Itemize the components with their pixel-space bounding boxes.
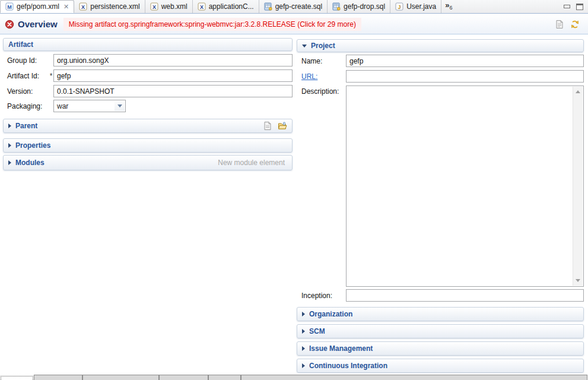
section-scm-header[interactable]: SCM: [297, 324, 584, 338]
left-column: Artifact Group Id: Artifact Id: * Versio…: [3, 38, 293, 170]
description-textarea[interactable]: [346, 86, 584, 287]
artifact-id-label: Artifact Id:: [3, 72, 49, 80]
open-parent-pom-icon[interactable]: [278, 121, 287, 131]
close-icon[interactable]: ✕: [63, 3, 69, 11]
editor-page-tab-strip: [0, 373, 588, 380]
bottom-tab-segment[interactable]: [82, 375, 159, 380]
url-link-label[interactable]: URL:: [297, 72, 346, 81]
hidden-tab-count: 6: [449, 5, 452, 11]
packaging-select[interactable]: war: [53, 100, 126, 112]
reload-pom-icon[interactable]: [570, 20, 580, 29]
editor-window-controls: [564, 0, 588, 13]
scroll-down-icon[interactable]: [576, 279, 580, 282]
sql-file-icon: [264, 2, 272, 11]
section-continuous-integration-header[interactable]: Continuous Integration: [297, 359, 584, 373]
group-id-field[interactable]: [53, 54, 293, 66]
artifact-id-row: Artifact Id: *: [3, 69, 293, 82]
bottom-tab-segment[interactable]: [208, 375, 241, 380]
bottom-tab-filler: [241, 375, 587, 380]
tab-label: User.java: [406, 2, 436, 11]
svg-text:X: X: [81, 4, 85, 10]
section-organization-header[interactable]: Organization: [297, 307, 584, 321]
section-artifact-header: Artifact: [3, 38, 293, 51]
section-properties-header[interactable]: Properties: [3, 138, 293, 153]
twistie-collapsed-icon[interactable]: [302, 329, 305, 334]
description-label: Description:: [297, 86, 346, 96]
group-id-label: Group Id:: [3, 56, 49, 65]
error-message[interactable]: Missing artifact org.springframework:spr…: [63, 18, 361, 31]
combo-dropdown-zone[interactable]: [115, 101, 125, 111]
project-name-row: Name:: [297, 55, 584, 67]
twistie-collapsed-icon[interactable]: [302, 363, 305, 368]
name-label: Name:: [297, 57, 346, 65]
group-id-row: Group Id:: [3, 54, 293, 66]
xml-file-icon: X: [79, 2, 87, 11]
xml-file-icon: X: [198, 2, 206, 11]
maximize-icon[interactable]: [576, 4, 583, 10]
twistie-collapsed-icon[interactable]: [8, 160, 11, 165]
maven-file-icon: M: [5, 2, 14, 11]
version-field[interactable]: [53, 85, 293, 97]
page-title: Overview: [18, 19, 58, 29]
tab-web-xml[interactable]: X web.xml: [145, 0, 193, 13]
java-file-icon: J: [395, 2, 403, 11]
tab-application-context[interactable]: X applicationC...: [193, 0, 259, 13]
section-title: Continuous Integration: [309, 362, 387, 370]
header-toolbar: [555, 20, 583, 29]
tab-gefp-drop-sql[interactable]: gefp-drop.sql: [328, 0, 390, 13]
tab-label: gefp-drop.sql: [344, 2, 385, 11]
twistie-collapsed-icon[interactable]: [8, 124, 11, 128]
packaging-row: Packaging: war: [3, 100, 293, 112]
tab-persistence-xml[interactable]: X persistence.xml: [74, 0, 145, 13]
tab-gefp-create-sql[interactable]: gefp-create.sql: [259, 0, 328, 13]
section-title: Organization: [309, 310, 352, 318]
tab-label: applicationC...: [209, 2, 254, 11]
artifact-id-field[interactable]: [53, 69, 293, 82]
section-parent-header[interactable]: Parent: [3, 119, 293, 133]
tab-overflow-button[interactable]: » 6: [441, 0, 456, 13]
scroll-up-icon[interactable]: [576, 90, 580, 93]
inception-label: Inception:: [297, 292, 346, 300]
required-marker: *: [49, 72, 53, 80]
twistie-expanded-icon[interactable]: [302, 45, 307, 48]
section-issue-management-header[interactable]: Issue Management: [297, 341, 584, 356]
description-text-input[interactable]: [347, 86, 573, 286]
packaging-label: Packaging:: [3, 102, 49, 110]
project-inception-field[interactable]: [346, 289, 584, 302]
effective-pom-icon[interactable]: [555, 20, 564, 29]
project-description-row: Description:: [297, 86, 584, 287]
new-module-hint: New module element: [218, 159, 285, 167]
version-row: Version:: [3, 85, 293, 97]
section-title: Project: [311, 42, 335, 50]
twistie-collapsed-icon[interactable]: [8, 143, 11, 148]
svg-text:M: M: [7, 4, 12, 10]
section-title: Properties: [15, 141, 50, 150]
bottom-tab-segment-selected[interactable]: [1, 376, 33, 380]
description-scrollbar[interactable]: [573, 87, 583, 286]
project-name-field[interactable]: [346, 55, 584, 67]
section-title: Modules: [15, 159, 45, 167]
pom-editor-window: M gefp/pom.xml ✕ X persistence.xml X web…: [0, 0, 588, 380]
twistie-collapsed-icon[interactable]: [302, 346, 305, 351]
version-label: Version:: [3, 87, 49, 96]
tab-label: gefp-create.sql: [275, 2, 322, 11]
svg-text:J: J: [398, 4, 401, 10]
xml-file-icon: X: [150, 2, 158, 11]
project-url-field[interactable]: [346, 70, 584, 83]
editor-tab-bar: M gefp/pom.xml ✕ X persistence.xml X web…: [0, 0, 588, 14]
section-project-header[interactable]: Project: [297, 39, 584, 52]
svg-text:X: X: [200, 4, 204, 10]
bottom-tab-segment[interactable]: [159, 375, 208, 380]
svg-text:X: X: [152, 4, 156, 10]
tab-user-java[interactable]: J User.java: [390, 0, 441, 13]
tab-label: gefp/pom.xml: [17, 2, 59, 11]
tabbar-spacer: [456, 0, 564, 13]
packaging-selected-value: war: [57, 102, 68, 110]
bottom-tab-segment[interactable]: [34, 375, 82, 380]
tab-gefp-pom-xml[interactable]: M gefp/pom.xml ✕: [0, 0, 74, 13]
twistie-collapsed-icon[interactable]: [302, 312, 305, 316]
error-icon: [5, 20, 14, 29]
minimize-icon[interactable]: [564, 5, 570, 8]
select-parent-icon[interactable]: [263, 121, 272, 131]
section-modules-header[interactable]: Modules New module element: [3, 155, 293, 170]
